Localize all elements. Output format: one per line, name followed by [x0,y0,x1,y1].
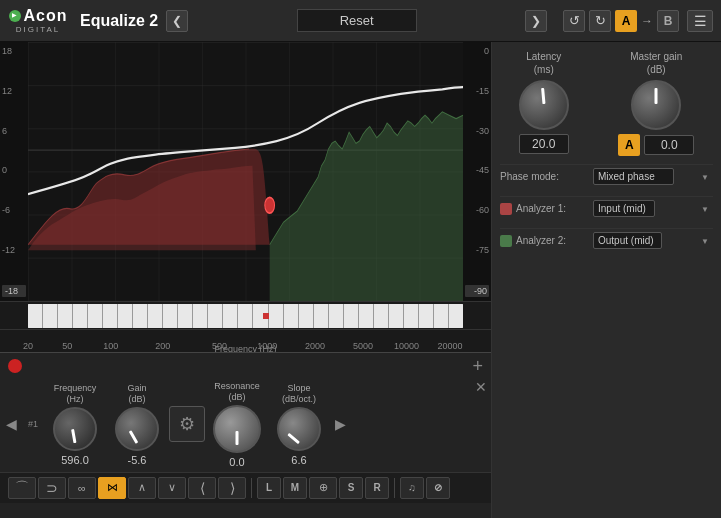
channel-m-button[interactable]: M [283,477,307,499]
filter-lowpass-button[interactable]: ⟨ [188,477,216,499]
analyzer2-label: Analyzer 2: [516,235,566,246]
piano-keyboard: // Piano keys placeholder - rendered via… [0,302,491,330]
divider-2 [394,478,395,498]
filter-highpass-button[interactable]: ⊃ [38,477,66,499]
y-right-75: -75 [465,245,489,255]
frequency-knob-group: Frequency(Hz) 596.0 [45,383,105,466]
analyzer2-select[interactable]: Output (mid) Output (left) Output (right… [593,232,662,249]
logo-acon-text: Acon [24,7,68,25]
gain-label: Gain(dB) [127,383,146,405]
latency-value: 20.0 [519,134,569,154]
y-label-n12: -12 [2,245,26,255]
y-right-90: -90 [465,285,489,297]
latency-knob[interactable] [519,80,569,130]
slope-knob-group: Slope(dB/oct.) 6.6 [269,383,329,466]
analyzer1-select[interactable]: Input (mid) Input (left) Input (right) O… [593,200,655,217]
master-gain-value: 0.0 [644,135,694,155]
filter-tilt-button[interactable]: ∞ [68,477,96,499]
gain-knob[interactable] [115,407,159,451]
headphones-button[interactable]: ♫ [400,477,424,499]
master-gain-group: Master gain(dB) A 0.0 [618,50,694,156]
channel-link-button[interactable]: ⊕ [309,477,337,499]
y-label-0: 0 [2,165,26,175]
gain-value: -5.6 [128,454,147,466]
eq-section: 18 12 6 0 -6 -12 -18 0 -15 -30 -45 -60 -… [0,42,491,518]
latency-master-row: Latency(ms) 20.0 Master gain(dB) A 0.0 [500,50,713,156]
add-band-button[interactable]: + [472,356,483,377]
master-gain-bottom: A 0.0 [618,134,694,156]
resonance-knob[interactable] [213,405,261,453]
analyzer1-label-group: Analyzer 1: [500,203,585,215]
plugin-title: Equalize 2 [80,12,158,30]
preset-next-button[interactable]: ❯ [525,10,547,32]
y-right-15: -15 [465,86,489,96]
filter-peak-button[interactable]: ⋈ [98,477,126,499]
bypass-button[interactable]: ⊘ [426,477,450,499]
freq-axis: 20 50 100 200 500 1000 2000 5000 10000 2… [0,330,491,352]
y-label-12: 12 [2,86,26,96]
divider-1 [251,478,252,498]
ab-b-button[interactable]: B [657,10,679,32]
filter-lowshelf-button[interactable]: ⌒ [8,477,36,499]
band-close-button[interactable]: ✕ [475,379,487,395]
record-button[interactable] [8,359,22,373]
header: ▶ Acon DIGITAL Equalize 2 ❮ Reset ❯ ↺ ↻ … [0,0,721,42]
y-label-n18: -18 [2,285,26,297]
y-label-18: 18 [2,46,26,56]
analyzer1-color-swatch [500,203,512,215]
resonance-knob-group: Resonance(dB) 0.0 [207,381,267,468]
eq-curve-svg [28,42,463,301]
phase-mode-label: Phase mode: [500,171,585,182]
eq-graph[interactable]: 18 12 6 0 -6 -12 -18 0 -15 -30 -45 -60 -… [0,42,491,302]
filter-highshelf-button[interactable]: ⟩ [218,477,246,499]
resonance-label: Resonance(dB) [214,381,260,403]
ab-a-button[interactable]: A [615,10,637,32]
master-gain-knob[interactable] [631,80,681,130]
phase-mode-select[interactable]: Mixed phase Minimum phase Linear phase [593,168,674,185]
band-prev-button[interactable]: ◀ [2,412,21,436]
analyzer2-color-swatch [500,235,512,247]
latency-group: Latency(ms) 20.0 [519,50,569,156]
undo-button[interactable]: ↺ [563,10,585,32]
y-axis-left: 18 12 6 0 -6 -12 -18 [0,42,28,301]
y-right-60: -60 [465,205,489,215]
slope-label: Slope(dB/oct.) [282,383,316,405]
channel-s-button[interactable]: S [339,477,363,499]
redo-button[interactable]: ↻ [589,10,611,32]
filter-notch-button[interactable]: ∧ [128,477,156,499]
band-settings-button[interactable]: ⚙ [169,406,205,442]
gain-knob-group: Gain(dB) -5.6 [107,383,167,466]
resonance-value: 0.0 [229,456,244,468]
band-number: #1 [23,419,43,429]
logo-digital-text: DIGITAL [16,25,61,34]
master-gain-label: Master gain(dB) [630,50,682,76]
controls-strip-header: + [0,353,491,379]
analyzer2-select-wrapper: Output (mid) Output (left) Output (right… [593,232,713,249]
filter-bandpass-button[interactable]: ∨ [158,477,186,499]
preset-name: Reset [297,9,417,32]
undo-redo-group: ↺ ↻ A → B [563,10,679,32]
logo: ▶ Acon DIGITAL [8,4,68,38]
preset-prev-button[interactable]: ❮ [166,10,188,32]
master-a-button[interactable]: A [618,134,640,156]
phase-mode-row: Phase mode: Mixed phase Minimum phase Li… [500,164,713,188]
frequency-knob[interactable] [53,407,97,451]
right-panel: Latency(ms) 20.0 Master gain(dB) A 0.0 P… [491,42,721,518]
slope-knob[interactable] [277,407,321,451]
y-right-45: -45 [465,165,489,175]
slope-value: 6.6 [291,454,306,466]
analyzer1-select-wrapper: Input (mid) Input (left) Input (right) O… [593,200,713,217]
band-next-button[interactable]: ▶ [331,412,350,436]
channel-r-button[interactable]: R [365,477,389,499]
analyzer2-row: Analyzer 2: Output (mid) Output (left) O… [500,228,713,252]
menu-button[interactable]: ☰ [687,10,713,32]
y-axis-right: 0 -15 -30 -45 -60 -75 -90 [463,42,491,301]
controls-strip: + ◀ #1 Frequency(Hz) 596.0 Gai [0,352,491,518]
frequency-value: 596.0 [61,454,89,466]
analyzer1-label: Analyzer 1: [516,203,566,214]
analyzer2-label-group: Analyzer 2: [500,235,585,247]
channel-l-button[interactable]: L [257,477,281,499]
bottom-buttons-row: ⌒ ⊃ ∞ ⋈ ∧ ∨ ⟨ ⟩ L M ⊕ S R ♫ ⊘ [0,472,491,503]
frequency-label: Frequency(Hz) [54,383,97,405]
analyzer1-row: Analyzer 1: Input (mid) Input (left) Inp… [500,196,713,220]
